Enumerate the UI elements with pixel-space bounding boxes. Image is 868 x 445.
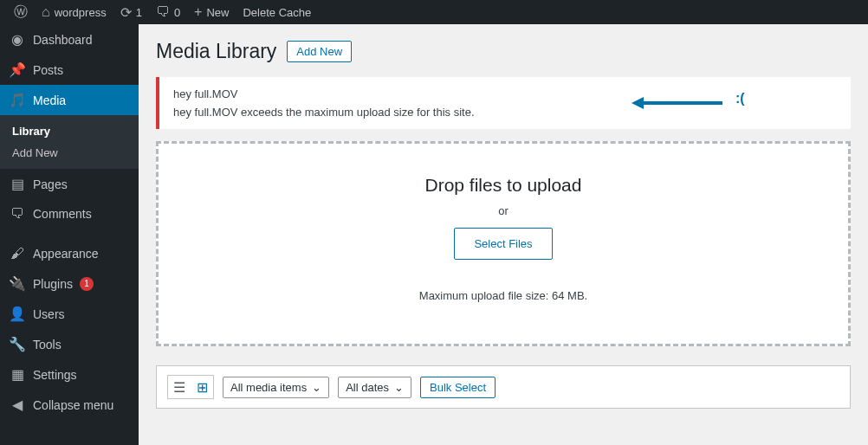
updates-link[interactable]: ⟳1 xyxy=(113,0,149,24)
add-new-button[interactable]: Add New xyxy=(287,41,352,62)
plugins-badge: 1 xyxy=(80,277,94,291)
comments-count: 0 xyxy=(174,6,180,19)
menu-tools[interactable]: 🔧Tools xyxy=(0,329,139,359)
menu-settings[interactable]: ▦Settings xyxy=(0,359,139,390)
collapse-icon: ◀ xyxy=(9,397,26,413)
pin-icon: 📌 xyxy=(9,61,26,78)
new-label: New xyxy=(206,6,229,19)
plus-icon: + xyxy=(194,4,202,20)
updates-count: 1 xyxy=(136,6,142,19)
wordpress-icon: ⓦ xyxy=(14,3,28,22)
menu-plugins[interactable]: 🔌Plugins1 xyxy=(0,268,139,299)
upload-error: hey full.MOV hey full.MOV exceeds the ma… xyxy=(156,77,851,129)
page-icon: ▤ xyxy=(9,176,26,192)
bulk-select-button[interactable]: Bulk Select xyxy=(420,377,496,398)
cache-link[interactable]: Delete Cache xyxy=(236,0,318,24)
admin-sidebar: ◉Dashboard 📌Posts 🎵Media Library Add New… xyxy=(0,24,139,445)
error-message: hey full.MOV exceeds the maximum upload … xyxy=(173,106,837,119)
home-icon: ⌂ xyxy=(42,4,50,20)
page-title: Media Library xyxy=(156,40,276,63)
admin-toolbar: ⓦ ⌂wordpress ⟳1 🗨0 +New Delete Cache xyxy=(0,0,868,24)
media-type-filter[interactable]: All media items⌄ xyxy=(223,377,329,398)
chevron-down-icon: ⌄ xyxy=(394,381,404,394)
new-link[interactable]: +New xyxy=(187,0,236,24)
site-name: wordpress xyxy=(55,6,107,19)
site-link[interactable]: ⌂wordpress xyxy=(35,0,113,24)
svg-marker-1 xyxy=(632,97,644,109)
max-upload-size: Maximum upload file size: 64 MB. xyxy=(159,289,848,302)
submenu-library[interactable]: Library xyxy=(0,120,139,142)
comment-icon: 🗨 xyxy=(156,4,170,20)
menu-appearance[interactable]: 🖌Appearance xyxy=(0,239,139,268)
media-submenu: Library Add New xyxy=(0,115,139,169)
media-icon: 🎵 xyxy=(9,92,26,108)
brush-icon: 🖌 xyxy=(9,246,26,261)
media-toolbar: ☰ ⊞ All media items⌄ All dates⌄ Bulk Sel… xyxy=(156,365,851,409)
refresh-icon: ⟳ xyxy=(120,4,132,21)
chevron-down-icon: ⌄ xyxy=(312,381,321,394)
or-text: or xyxy=(159,204,848,217)
wp-logo[interactable]: ⓦ xyxy=(7,0,35,24)
submenu-addnew[interactable]: Add New xyxy=(0,142,139,164)
list-view-button[interactable]: ☰ xyxy=(168,376,191,398)
dashboard-icon: ◉ xyxy=(9,31,26,48)
settings-icon: ▦ xyxy=(9,366,26,383)
plugin-icon: 🔌 xyxy=(9,275,26,292)
menu-posts[interactable]: 📌Posts xyxy=(0,55,139,85)
menu-comments[interactable]: 🗨Comments xyxy=(0,199,139,229)
wrench-icon: 🔧 xyxy=(9,336,26,352)
menu-users[interactable]: 👤Users xyxy=(0,299,139,329)
annotation-arrow-icon xyxy=(632,94,727,112)
user-icon: 👤 xyxy=(9,306,26,322)
menu-collapse[interactable]: ◀Collapse menu xyxy=(0,390,139,420)
date-filter[interactable]: All dates⌄ xyxy=(338,377,411,398)
sad-face-icon: :( xyxy=(735,91,745,106)
menu-pages[interactable]: ▤Pages xyxy=(0,169,139,199)
drop-text: Drop files to upload xyxy=(159,175,848,196)
menu-dashboard[interactable]: ◉Dashboard xyxy=(0,24,139,55)
select-files-button[interactable]: Select Files xyxy=(454,228,552,260)
view-mode-toggle: ☰ ⊞ xyxy=(167,375,214,399)
menu-media[interactable]: 🎵Media xyxy=(0,85,139,115)
grid-view-button[interactable]: ⊞ xyxy=(191,376,213,398)
comments-icon: 🗨 xyxy=(9,206,26,222)
main-content: Media Library Add New hey full.MOV hey f… xyxy=(139,24,868,445)
page-heading: Media Library Add New xyxy=(156,40,851,63)
cache-label: Delete Cache xyxy=(243,6,311,19)
upload-dropzone[interactable]: Drop files to upload or Select Files Max… xyxy=(156,141,851,346)
comments-link[interactable]: 🗨0 xyxy=(149,0,187,24)
